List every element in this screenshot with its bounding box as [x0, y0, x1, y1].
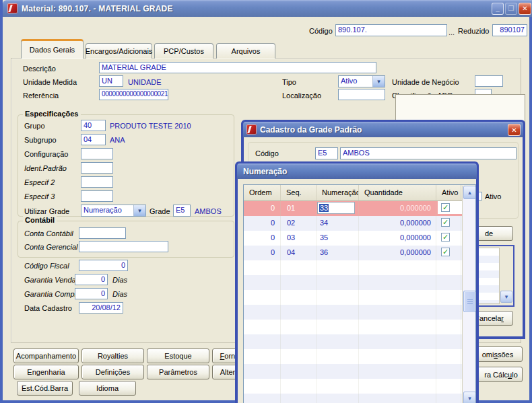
- numeracao-dialog: Numeração OrdemSeq.NumeraçãoQuantidadeAt…: [235, 161, 479, 403]
- cell-quantidade: 0,000000: [359, 231, 436, 246]
- estoque-button[interactable]: Estoque: [147, 349, 209, 363]
- column-header-ativo[interactable]: Ativo: [436, 185, 461, 200]
- numeracao-edit-input[interactable]: 33: [317, 202, 355, 214]
- table-row[interactable]: 002340,000000✓: [244, 216, 475, 231]
- tab-label: Arquivos: [232, 47, 261, 55]
- ident-padrao-label: Ident.Padrão: [24, 164, 67, 172]
- tab-pcp-custos[interactable]: PCP/Custos: [154, 43, 213, 59]
- cell-quantidade: 0,000000: [359, 216, 436, 231]
- table-row-empty: [244, 394, 475, 403]
- codigo-fiscal-label: Código Fiscal: [24, 262, 69, 270]
- table-row[interactable]: 004360,000000✓: [244, 246, 475, 260]
- parametros-button[interactable]: Parâmetros: [147, 365, 209, 379]
- unidade-medida-input[interactable]: UN: [99, 75, 123, 87]
- tab-encargos-adicionais[interactable]: Encargos/Adicionais: [86, 43, 152, 59]
- royalties-button[interactable]: Royalties: [81, 349, 144, 363]
- scroll-thumb[interactable]: [463, 291, 476, 312]
- cell-ordem: 0: [244, 201, 281, 216]
- column-header-numerao[interactable]: Numeração: [317, 185, 359, 200]
- tipo-select[interactable]: Ativo ▾: [338, 75, 385, 87]
- utilizar-grade-dropdown-icon[interactable]: ▾: [133, 205, 145, 216]
- utilizar-grade-label: Utilizar Grade: [24, 207, 69, 215]
- especif2-input[interactable]: [81, 176, 113, 188]
- tab-label: Dados Gerais: [30, 46, 75, 54]
- cadastro-titlebar[interactable]: Cadastro da Grade Padrão ✕: [243, 122, 523, 137]
- ativo-checkbox[interactable]: ✓: [441, 218, 450, 227]
- ativo-checkbox[interactable]: ✓: [441, 248, 450, 256]
- tab-arquivos[interactable]: Arquivos: [216, 43, 275, 59]
- unidade-medida-label: Unidade Medida: [23, 78, 77, 86]
- utilizar-grade-select[interactable]: Numeração ▾: [81, 205, 146, 217]
- especif3-input[interactable]: [81, 190, 113, 202]
- ativo-checkbox[interactable]: ✓: [441, 233, 450, 242]
- subgrupo-input[interactable]: 04: [81, 134, 106, 145]
- est-cod-barra-button[interactable]: Est.Cód.Barra: [17, 381, 73, 396]
- calculo-button[interactable]: ra Cálculo: [473, 367, 523, 382]
- descricao-input[interactable]: MATERIAL GRADE: [99, 62, 376, 73]
- column-header-ordem[interactable]: Ordem: [244, 185, 281, 200]
- especif2-label: Especif 2: [24, 178, 55, 186]
- garantia-venda-input[interactable]: 0: [75, 274, 108, 285]
- table-row-empty: [244, 349, 475, 364]
- numeracao-table-header: OrdemSeq.NumeraçãoQuantidadeAtivo: [244, 185, 475, 201]
- close-button[interactable]: ✕: [519, 3, 531, 15]
- scroll-up-icon[interactable]: ▴: [463, 186, 476, 199]
- garantia-compra-input[interactable]: 0: [75, 288, 108, 299]
- especificacoes-title: Especificações: [23, 110, 81, 118]
- table-row-empty: [244, 305, 475, 320]
- grade-input[interactable]: E5: [173, 205, 191, 217]
- conta-contabil-input[interactable]: [79, 227, 126, 239]
- tab-label: PCP/Custos: [164, 47, 204, 55]
- cell-seq: 03: [281, 231, 317, 246]
- grupo-input[interactable]: 40: [81, 120, 106, 131]
- scroll-down-icon[interactable]: ▾: [463, 392, 476, 403]
- window-titlebar[interactable]: Material: 890.107. - MATERIAL GRADE _ ❐ …: [3, 0, 532, 17]
- numeracao-table: OrdemSeq.NumeraçãoQuantidadeAtivo 001330…: [243, 184, 476, 403]
- definicoes-button[interactable]: Definições: [81, 365, 144, 379]
- reduzido-input[interactable]: 890107: [492, 24, 527, 36]
- tipo-label: Tipo: [282, 78, 296, 86]
- cadastro-list-scroll-down-icon[interactable]: ▾: [500, 291, 512, 303]
- cell-quantidade: 0,000000: [359, 246, 436, 260]
- cadastro-codigo-name-input[interactable]: AMBOS: [340, 147, 517, 159]
- tab-dados-gerais[interactable]: Dados Gerais: [21, 39, 84, 59]
- cell-ordem: 0: [244, 246, 281, 260]
- grade-name: AMBOS: [195, 207, 222, 215]
- numeracao-table-scrollbar[interactable]: ▴ ▾: [462, 186, 476, 403]
- cell-seq: 04: [281, 246, 317, 260]
- cell-ativo: ✓: [436, 231, 461, 246]
- comissoes-button[interactable]: omissões: [473, 346, 523, 362]
- data-cadastro-label: Data Cadastro: [24, 304, 72, 312]
- column-header-seq[interactable]: Seq.: [281, 185, 317, 200]
- subgrupo-label: Subgrupo: [24, 136, 57, 144]
- codigo-input[interactable]: 890.107.: [335, 24, 447, 36]
- referencia-input[interactable]: 00000000000000000215: [99, 89, 168, 100]
- idioma-button[interactable]: Idioma: [79, 381, 136, 396]
- data-cadastro-input[interactable]: 20/08/12: [79, 302, 123, 314]
- garantia-venda-dias-label: Dias: [112, 276, 127, 284]
- table-row[interactable]: 003350,000000✓: [244, 231, 475, 246]
- cadastro-codigo-input[interactable]: E5: [315, 147, 338, 159]
- engenharia-button[interactable]: Engenharia: [13, 365, 79, 379]
- garantia-compra-label: Garantia Compra: [24, 290, 81, 298]
- cadastro-close-button[interactable]: ✕: [508, 124, 521, 136]
- localizacao-input[interactable]: [338, 89, 385, 100]
- ident-padrao-input[interactable]: [81, 162, 113, 174]
- tipo-dropdown-icon[interactable]: ▾: [372, 76, 385, 87]
- numeracao-titlebar[interactable]: Numeração: [237, 163, 477, 179]
- conta-contabil-label: Conta Contábil: [24, 229, 73, 237]
- table-row-empty: [244, 379, 475, 394]
- unidade-negocio-input[interactable]: [475, 75, 503, 87]
- codigo-browse-button[interactable]: ...: [448, 28, 455, 36]
- table-row-empty: [244, 320, 475, 334]
- table-row[interactable]: 001330,000000✓: [244, 201, 475, 216]
- minimize-button[interactable]: _: [492, 3, 504, 15]
- column-header-quantidade[interactable]: Quantidade: [359, 185, 436, 200]
- configuracao-input[interactable]: [81, 148, 113, 159]
- ativo-checkbox[interactable]: ✓: [441, 203, 450, 212]
- acompanhamento-button[interactable]: Acompanhamento: [13, 349, 79, 363]
- garantia-compra-dias-label: Dias: [112, 290, 127, 298]
- table-row-empty: [244, 364, 475, 379]
- conta-gerencial-input[interactable]: [79, 241, 168, 252]
- codigo-fiscal-input[interactable]: 0: [79, 260, 128, 271]
